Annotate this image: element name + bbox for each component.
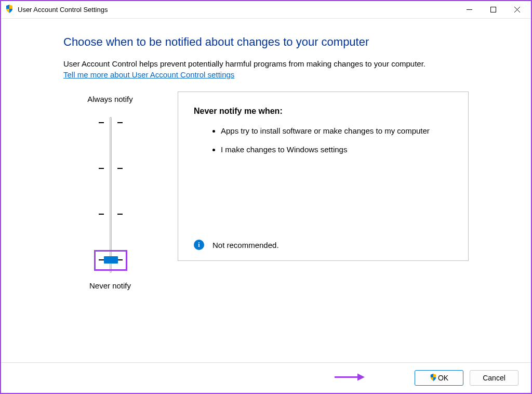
main-row: Always notify Never notify Nev (63, 91, 500, 293)
slider-tick (99, 168, 104, 169)
annotation-arrow (334, 372, 365, 384)
slider-column: Always notify Never notify (63, 91, 157, 293)
slider-label-always: Always notify (87, 95, 133, 103)
slider-tick (99, 214, 104, 215)
info-icon: i (194, 240, 204, 250)
slider-tick (117, 214, 123, 215)
slider-tick (117, 122, 123, 123)
shield-icon (430, 374, 437, 383)
slider-tick (117, 168, 123, 169)
info-bullet-list: Apps try to install software or make cha… (194, 125, 453, 163)
slider-tick (99, 122, 104, 123)
maximize-icon (490, 7, 496, 12)
page-heading: Choose when to be notified about changes… (63, 35, 500, 49)
ok-button[interactable]: OK (415, 370, 463, 386)
svg-marker-2 (357, 374, 365, 381)
window-title: User Account Control Settings (18, 6, 108, 14)
minimize-icon (467, 7, 472, 12)
maximize-button[interactable] (481, 2, 505, 18)
close-icon (514, 7, 520, 12)
content-area: Choose when to be notified about changes… (1, 19, 531, 362)
info-box-title: Never notify me when: (194, 107, 453, 116)
notification-slider[interactable] (84, 112, 136, 278)
learn-more-link[interactable]: Tell me more about User Account Control … (63, 70, 500, 79)
svg-rect-0 (490, 7, 496, 12)
cancel-button[interactable]: Cancel (470, 370, 518, 386)
slider-label-never: Never notify (89, 281, 131, 290)
slider-thumb[interactable] (104, 256, 118, 264)
footer-bar: OK Cancel (1, 362, 531, 393)
notification-info-box: Never notify me when: Apps try to instal… (178, 91, 469, 261)
close-button[interactable] (505, 2, 529, 18)
cancel-button-label: Cancel (483, 374, 506, 382)
status-text: Not recommended. (212, 241, 279, 249)
status-row: i Not recommended. (194, 240, 453, 250)
title-bar: User Account Control Settings (1, 1, 531, 19)
info-bullet: Apps try to install software or make cha… (221, 125, 453, 137)
slider-track (110, 117, 112, 273)
page-description: User Account Control helps prevent poten… (63, 58, 500, 69)
ok-button-label: OK (438, 374, 448, 382)
shield-icon (5, 5, 14, 15)
info-bullet: I make changes to Windows settings (221, 144, 453, 155)
uac-settings-window: User Account Control Settings Choose whe… (0, 0, 532, 394)
minimize-button[interactable] (457, 2, 481, 18)
